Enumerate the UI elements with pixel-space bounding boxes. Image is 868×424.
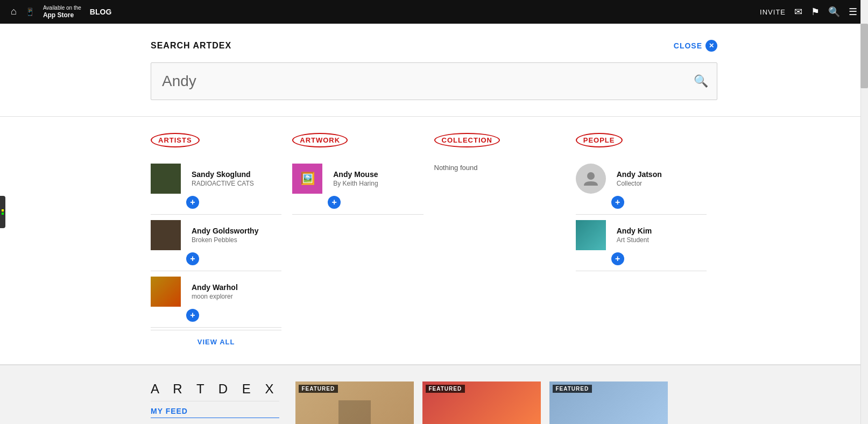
sidebar-dot <box>2 209 4 211</box>
artwork-column: ARTWORK 🖼️ Andy Mouse By Keith Haring + <box>292 133 434 348</box>
person-sub: Collector <box>617 180 707 187</box>
artwork-name: Andy Mouse <box>333 170 423 179</box>
person-sub: Art Student <box>617 236 707 244</box>
collection-header: COLLECTION <box>434 133 565 151</box>
list-item: Andy Jatson Collector + <box>576 158 707 215</box>
nav-left: ⌂ 📱 Available on the App Store BLOG <box>11 5 111 19</box>
blog-link[interactable]: BLOG <box>90 8 111 16</box>
svg-point-0 <box>587 172 595 180</box>
search-input[interactable] <box>151 63 717 100</box>
add-artist-goldsworthy-button[interactable]: + <box>186 252 199 265</box>
featured-card[interactable]: FEATURED <box>295 381 414 424</box>
sidebar-dot <box>2 213 4 215</box>
search-title: SEARCH ARTDEX <box>151 41 231 51</box>
search-box-wrapper: 🔍 <box>151 62 717 100</box>
my-feed-link[interactable]: MY FEED <box>151 407 279 418</box>
search-area: SEARCH ARTDEX CLOSE ✕ 🔍 <box>0 24 868 117</box>
add-artwork-mouse-button[interactable]: + <box>328 196 341 209</box>
artwork-label[interactable]: ARTWORK <box>292 133 348 147</box>
artist-thumb-warhol <box>151 277 181 307</box>
list-item: Andy Goldsworthy Broken Pebbles + <box>151 215 281 271</box>
artwork-sub: By Keith Haring <box>333 180 423 187</box>
home-icon[interactable]: ⌂ <box>11 6 17 17</box>
app-store-text: Available on the App Store <box>43 5 81 19</box>
add-person-kim-button[interactable]: + <box>611 252 624 265</box>
artist-sub: Broken Pebbles <box>192 236 281 244</box>
featured-badge: FEATURED <box>426 385 465 393</box>
featured-badge: FEATURED <box>553 385 592 393</box>
featured-card[interactable]: FEATURED <box>549 381 668 424</box>
artist-sub: moon explorer <box>192 293 281 300</box>
top-nav: ⌂ 📱 Available on the App Store BLOG INVI… <box>0 0 868 24</box>
add-artist-warhol-button[interactable]: + <box>186 309 199 322</box>
artists-column: ARTISTS Sandy Skoglund RADIOACTIVE CATS … <box>151 133 292 348</box>
flag-icon[interactable]: ⚑ <box>811 6 820 18</box>
featured-card[interactable]: FEATURED <box>422 381 541 424</box>
bottom-section: A R T D E X MY FEED FEATURED FEATURED FE… <box>0 364 868 424</box>
phone-icon: 📱 <box>25 8 34 16</box>
artwork-thumb-mouse: 🖼️ <box>292 164 322 194</box>
artwork-header: ARTWORK <box>292 133 423 151</box>
nav-right: INVITE ✉ ⚑ 🔍 ☰ <box>760 6 857 18</box>
scrollbar-thumb[interactable] <box>860 24 868 88</box>
avatar <box>576 220 606 250</box>
sidebar-indicator <box>0 196 5 228</box>
add-artist-sandy-button[interactable]: + <box>186 196 199 209</box>
search-icon[interactable]: 🔍 <box>828 6 840 18</box>
invite-link[interactable]: INVITE <box>760 8 786 16</box>
scrollbar-track[interactable] <box>860 0 868 424</box>
artists-label[interactable]: ARTISTS <box>151 133 200 147</box>
view-all-link[interactable]: VIEW ALL <box>151 330 281 348</box>
close-button[interactable]: CLOSE ✕ <box>674 40 717 52</box>
collection-column: COLLECTION Nothing found <box>434 133 576 348</box>
list-item: Andy Kim Art Student + <box>576 215 707 271</box>
collection-nothing-found: Nothing found <box>434 158 565 177</box>
artist-thumb-sandy <box>151 164 181 194</box>
list-item: Sandy Skoglund RADIOACTIVE CATS + <box>151 158 281 215</box>
avatar <box>576 164 606 194</box>
person-name: Andy Kim <box>617 227 707 235</box>
featured-badge: FEATURED <box>299 385 338 393</box>
artists-header: ARTISTS <box>151 133 281 151</box>
add-person-jatson-button[interactable]: + <box>611 196 624 209</box>
close-circle-icon: ✕ <box>705 40 717 52</box>
artist-name: Andy Warhol <box>192 283 281 292</box>
people-header: PEOPLE <box>576 133 707 151</box>
list-item: Andy Warhol moon explorer + <box>151 271 281 328</box>
list-item: 🖼️ Andy Mouse By Keith Haring + <box>292 158 423 215</box>
people-label[interactable]: PEOPLE <box>576 133 623 147</box>
close-label: CLOSE <box>674 41 702 50</box>
search-submit-button[interactable]: 🔍 <box>694 74 708 88</box>
artist-thumb-goldsworthy <box>151 220 181 250</box>
collection-label[interactable]: COLLECTION <box>434 133 500 147</box>
artist-sub: RADIOACTIVE CATS <box>192 180 281 187</box>
people-column: PEOPLE Andy Jatson Collecto <box>576 133 717 348</box>
artdex-brand: A R T D E X <box>151 381 279 397</box>
search-header: SEARCH ARTDEX CLOSE ✕ <box>151 40 717 52</box>
person-name: Andy Jatson <box>617 170 707 179</box>
results-grid: ARTISTS Sandy Skoglund RADIOACTIVE CATS … <box>151 133 717 348</box>
artist-name: Sandy Skoglund <box>192 170 281 179</box>
mail-icon[interactable]: ✉ <box>794 6 802 18</box>
featured-cards: FEATURED FEATURED FEATURED <box>295 381 668 424</box>
artist-name: Andy Goldsworthy <box>192 227 281 235</box>
menu-icon[interactable]: ☰ <box>849 6 857 18</box>
results-area: ARTISTS Sandy Skoglund RADIOACTIVE CATS … <box>0 117 868 364</box>
